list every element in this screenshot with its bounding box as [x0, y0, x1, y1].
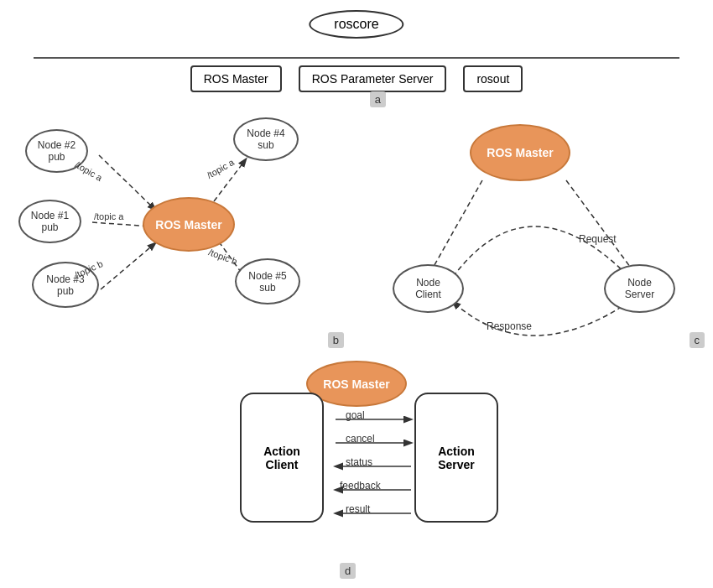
status-label: status	[346, 456, 372, 468]
ros-master-box: ROS Master	[190, 65, 282, 92]
section-b: ROS Master Node #2pub Node #1pub Node #3…	[0, 109, 352, 352]
section-b-ros-master: ROS Master	[143, 197, 235, 252]
cancel-label: cancel	[346, 433, 375, 445]
feedback-label: feedback	[340, 480, 381, 492]
goal-label: goal	[346, 409, 365, 421]
node5-oval: Node #5sub	[235, 258, 300, 304]
topic-label-1: /topic a	[73, 159, 104, 183]
topic-label-2: /topic a	[94, 211, 123, 221]
section-c-ros-master: ROS Master	[470, 124, 570, 181]
section-a: roscore ROS Master ROS Parameter Server …	[0, 0, 713, 109]
response-label: Response	[487, 320, 532, 332]
topic-label-5: /topic b	[207, 247, 238, 266]
svg-line-6	[566, 180, 638, 277]
action-server-box: ActionServer	[414, 393, 498, 523]
svg-line-0	[99, 155, 155, 210]
node1-oval: Node #1pub	[18, 200, 81, 243]
section-a-boxes: ROS Master ROS Parameter Server rosout	[0, 65, 713, 92]
node-client-oval: NodeClient	[393, 264, 464, 313]
section-d: ROS Master ActionClient ActionServer goa…	[0, 352, 713, 587]
roscore-label: roscore	[334, 17, 378, 31]
rosout-box: rosout	[463, 65, 523, 92]
roscore-oval: roscore	[309, 10, 403, 39]
section-c: ROS Master NodeClient NodeServer Request…	[361, 109, 713, 352]
result-label: result	[346, 503, 370, 515]
diagram-container: roscore ROS Master ROS Parameter Server …	[0, 0, 713, 588]
svg-line-5	[428, 180, 482, 277]
topic-label-4: /topic a	[205, 157, 236, 180]
section-b-label: b	[328, 332, 344, 348]
ros-param-server-box: ROS Parameter Server	[299, 65, 447, 92]
section-d-label: d	[340, 563, 356, 579]
action-client-box: ActionClient	[240, 393, 324, 523]
request-label: Request	[579, 233, 617, 245]
section-c-label: c	[690, 332, 705, 348]
section-a-label: a	[370, 91, 386, 107]
svg-line-2	[101, 243, 155, 289]
node-server-oval: NodeServer	[604, 264, 675, 313]
section-a-divider	[34, 57, 679, 59]
node4-oval: Node #4sub	[233, 117, 299, 161]
